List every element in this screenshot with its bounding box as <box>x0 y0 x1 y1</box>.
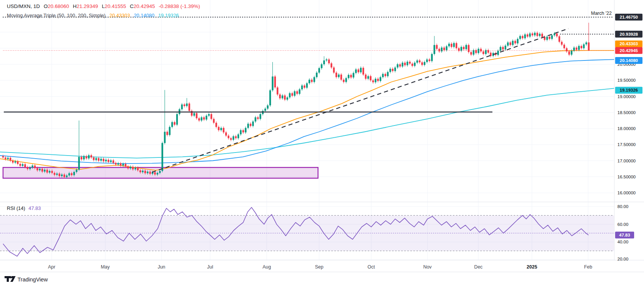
candle-body <box>286 97 288 100</box>
candle-body <box>267 105 268 108</box>
rsi-indicator-label[interactable]: RSI (14) <box>7 205 25 211</box>
candle-body <box>198 118 200 121</box>
candle-body <box>88 155 90 158</box>
time-axis[interactable]: AprMayJunJulAugSepOctNovDec2025Feb <box>48 264 592 270</box>
chart-drawings[interactable] <box>3 17 614 172</box>
chart-surface[interactable]: 20.0000019.5000019.0000018.5000018.00000… <box>0 0 644 286</box>
time-axis-label[interactable]: Nov <box>423 264 432 270</box>
candle-body <box>583 44 584 48</box>
candle-body <box>2 156 4 157</box>
candle-body <box>311 80 313 82</box>
candle-body <box>522 36 523 38</box>
time-axis-label[interactable]: Jul <box>207 264 213 270</box>
rsi-indicator-value: 47.83 <box>28 205 41 211</box>
price-axis[interactable]: 20.0000019.5000019.0000018.5000018.00000… <box>615 14 642 261</box>
candle-body <box>110 160 112 162</box>
candle-body <box>218 127 219 130</box>
candle-body <box>446 46 447 50</box>
tradingview-brand-text[interactable]: TradingView <box>17 276 48 283</box>
candle-body <box>149 172 151 174</box>
candle-body <box>93 157 94 160</box>
time-axis-label[interactable]: 2025 <box>527 264 537 270</box>
candle-body <box>142 171 143 172</box>
candle-body <box>404 63 406 65</box>
candle-body <box>29 167 31 169</box>
time-axis-label[interactable]: Aug <box>263 264 271 270</box>
ma-indicator-legend[interactable]: Moving Average Triple (50, 100, 200, Sim… <box>7 13 179 18</box>
time-axis-label[interactable]: Feb <box>584 264 592 270</box>
candle-body <box>7 158 9 159</box>
price-axis-label: 18.00000 <box>617 126 636 131</box>
candle-body <box>392 69 393 71</box>
price-axis-label: 17.50000 <box>617 142 636 147</box>
candle-body <box>360 68 362 72</box>
candle-body <box>309 80 310 83</box>
symbol-legend[interactable]: USD/MXN, 1DO20.68060H21.29349L20.41555C2… <box>7 3 200 9</box>
candle-body <box>443 48 445 50</box>
candle-body <box>397 64 398 67</box>
price-axis-label: 16.50000 <box>617 175 636 179</box>
candle-body <box>497 51 499 55</box>
candle-body <box>120 163 121 165</box>
candle-body <box>282 95 283 99</box>
candle-body <box>220 128 222 130</box>
candle-body <box>375 79 376 82</box>
candle-body <box>206 116 207 119</box>
time-axis-label[interactable]: May <box>101 264 110 270</box>
candle-body <box>343 80 344 82</box>
candle-body <box>215 123 217 127</box>
candle-body <box>362 68 364 75</box>
candle-body <box>115 163 117 164</box>
time-axis-label[interactable]: Jun <box>158 264 165 270</box>
candle-body <box>546 37 548 40</box>
candle-body <box>169 127 170 135</box>
rsi-axis-label: 80.00 <box>617 204 628 209</box>
candle-body <box>83 156 85 159</box>
candle-body <box>470 52 472 55</box>
candle-body <box>257 117 259 119</box>
candle-body <box>81 157 82 159</box>
candle-body <box>402 63 403 67</box>
price-badge-label: 20.93928 <box>620 32 638 37</box>
time-axis-label[interactable]: Dec <box>474 264 483 270</box>
time-axis-label[interactable]: Apr <box>48 264 55 270</box>
candle-body <box>157 173 158 175</box>
candle-body <box>154 172 156 175</box>
candle-body <box>463 47 464 49</box>
rsi-band-fill <box>0 215 614 251</box>
candle-body <box>451 44 452 47</box>
candle-body <box>517 39 518 43</box>
candle-body <box>73 172 75 175</box>
candle-body <box>399 64 401 67</box>
candle-body <box>505 46 506 49</box>
candle-body <box>500 47 501 51</box>
candle-body <box>588 43 589 51</box>
candle-body <box>98 158 99 161</box>
candle-body <box>51 171 53 173</box>
time-axis-label[interactable]: Oct <box>367 264 375 270</box>
price-axis-label: 19.50000 <box>617 78 636 83</box>
time-axis-label[interactable]: Sep <box>315 264 323 270</box>
candle-body <box>436 45 437 49</box>
candle-body <box>125 164 126 167</box>
candle-body <box>228 136 229 138</box>
price-axis-label: 18.50000 <box>617 110 636 115</box>
dashed-trendline[interactable] <box>152 29 568 172</box>
candle-body <box>438 49 440 51</box>
rsi-band <box>0 215 614 251</box>
candle-body <box>203 117 205 119</box>
candle-body <box>434 45 435 54</box>
candle-body <box>328 59 330 63</box>
candle-body <box>431 54 433 61</box>
candle-body <box>34 165 36 168</box>
tradingview-logo[interactable] <box>5 276 16 282</box>
candle-body <box>223 128 224 132</box>
candle-body <box>355 70 357 73</box>
candle-body <box>541 34 543 37</box>
candle-body <box>247 124 249 128</box>
candle-body <box>389 69 391 72</box>
candle-body <box>159 171 161 173</box>
candle-body <box>27 167 28 169</box>
candle-body <box>174 122 175 125</box>
candle-body <box>186 103 188 106</box>
